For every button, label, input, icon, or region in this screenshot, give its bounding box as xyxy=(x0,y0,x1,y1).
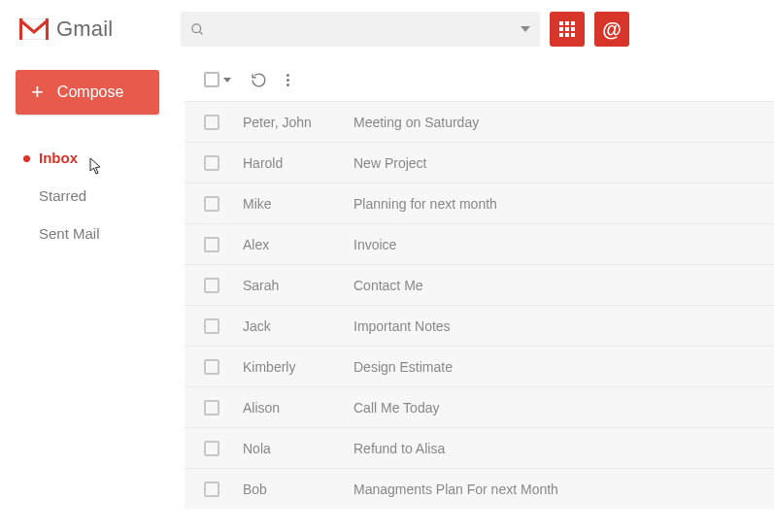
email-row[interactable]: AlexInvoice xyxy=(185,223,774,264)
row-checkbox[interactable] xyxy=(204,318,219,334)
row-subject: Call Me Today xyxy=(353,400,439,416)
svg-rect-10 xyxy=(565,27,569,31)
svg-marker-16 xyxy=(223,78,231,83)
checkbox-icon xyxy=(204,72,219,87)
at-sign-icon: @ xyxy=(602,18,622,41)
row-sender: Nola xyxy=(243,441,353,456)
svg-marker-15 xyxy=(90,158,100,174)
row-subject: Planning for next month xyxy=(353,196,497,212)
email-list: Peter, JohnMeeting on SaturdayHaroldNew … xyxy=(185,101,774,532)
svg-rect-1 xyxy=(19,18,22,40)
mention-action-button[interactable]: @ xyxy=(594,12,629,47)
row-checkbox[interactable] xyxy=(204,400,219,416)
app-title: Gmail xyxy=(56,17,113,42)
email-row[interactable]: MikePlanning for next month xyxy=(185,183,774,223)
row-checkbox[interactable] xyxy=(204,441,219,456)
grid-icon xyxy=(558,20,576,38)
svg-rect-7 xyxy=(565,21,569,25)
row-checkbox[interactable] xyxy=(204,482,219,497)
nav-label: Starred xyxy=(39,187,86,204)
refresh-button[interactable] xyxy=(251,72,267,88)
nav-item-starred[interactable]: Starred xyxy=(39,187,169,204)
row-subject: Invoice xyxy=(353,237,396,252)
email-row[interactable]: AlisonCall Me Today xyxy=(185,386,774,427)
svg-rect-8 xyxy=(571,21,575,25)
row-sender: Alex xyxy=(243,237,353,252)
plus-icon: + xyxy=(31,82,44,103)
email-row[interactable]: Peter, JohnMeeting on Saturday xyxy=(185,101,774,142)
svg-marker-5 xyxy=(521,26,530,32)
svg-rect-11 xyxy=(571,27,575,31)
search-input[interactable] xyxy=(213,21,521,37)
nav-label: Inbox xyxy=(39,150,78,166)
row-subject: Design Estimate xyxy=(353,359,453,375)
main-area: + Compose Inbox Starred Sent Mail xyxy=(0,58,774,532)
search-box[interactable] xyxy=(181,12,540,47)
nav-label: Sent Mail xyxy=(39,225,100,242)
row-sender: Bob xyxy=(243,482,353,497)
row-sender: Harold xyxy=(243,155,353,171)
svg-rect-6 xyxy=(559,21,563,25)
row-subject: Important Notes xyxy=(353,318,451,334)
row-checkbox[interactable] xyxy=(204,237,219,252)
svg-rect-2 xyxy=(46,18,49,40)
more-menu-button[interactable] xyxy=(286,74,289,86)
grid-action-button[interactable] xyxy=(550,12,585,47)
mouse-cursor-icon xyxy=(89,157,103,175)
content-pane: Peter, JohnMeeting on SaturdayHaroldNew … xyxy=(185,58,774,532)
email-row[interactable]: SarahContact Me xyxy=(185,264,774,305)
row-sender: Jack xyxy=(243,318,353,334)
email-row[interactable]: NolaRefund to Alisa xyxy=(185,427,774,468)
compose-button[interactable]: + Compose xyxy=(16,70,159,115)
top-bar: Gmail xyxy=(0,0,774,58)
search-area: @ xyxy=(181,12,755,47)
row-checkbox[interactable] xyxy=(204,278,219,293)
nav-item-inbox[interactable]: Inbox xyxy=(39,150,169,166)
chevron-down-icon xyxy=(223,78,231,83)
row-subject: Contact Me xyxy=(353,278,423,293)
row-sender: Sarah xyxy=(243,278,353,293)
row-sender: Mike xyxy=(243,196,353,212)
row-subject: New Project xyxy=(353,155,426,171)
svg-point-3 xyxy=(192,23,201,32)
row-checkbox[interactable] xyxy=(204,155,219,171)
app-logo[interactable]: Gmail xyxy=(19,17,165,42)
sidebar: + Compose Inbox Starred Sent Mail xyxy=(0,58,185,532)
row-subject: Meeting on Saturday xyxy=(353,115,479,130)
row-checkbox[interactable] xyxy=(204,115,219,130)
email-row[interactable]: BobManagments Plan For next Month xyxy=(185,468,774,509)
nav-item-sent[interactable]: Sent Mail xyxy=(39,225,169,242)
email-row[interactable]: JackImportant Notes xyxy=(185,305,774,346)
compose-label: Compose xyxy=(57,83,123,101)
gmail-logo-icon xyxy=(19,18,49,40)
row-checkbox[interactable] xyxy=(204,196,219,212)
row-checkbox[interactable] xyxy=(204,359,219,375)
list-toolbar xyxy=(185,58,774,101)
search-icon xyxy=(190,22,205,37)
row-sender: Peter, John xyxy=(243,115,353,130)
row-sender: Alison xyxy=(243,400,353,416)
email-row[interactable]: KimberlyDesign Estimate xyxy=(185,346,774,386)
email-row[interactable]: HaroldNew Project xyxy=(185,142,774,183)
svg-rect-12 xyxy=(559,33,563,37)
search-options-caret-icon[interactable] xyxy=(521,26,530,32)
svg-rect-13 xyxy=(565,33,569,37)
svg-line-4 xyxy=(199,31,202,34)
select-all[interactable] xyxy=(204,72,231,87)
row-sender: Kimberly xyxy=(243,359,353,375)
row-subject: Refund to Alisa xyxy=(353,441,445,456)
nav-list: Inbox Starred Sent Mail xyxy=(16,150,169,242)
svg-rect-9 xyxy=(559,27,563,31)
svg-rect-14 xyxy=(571,33,575,37)
row-subject: Managments Plan For next Month xyxy=(353,482,558,497)
